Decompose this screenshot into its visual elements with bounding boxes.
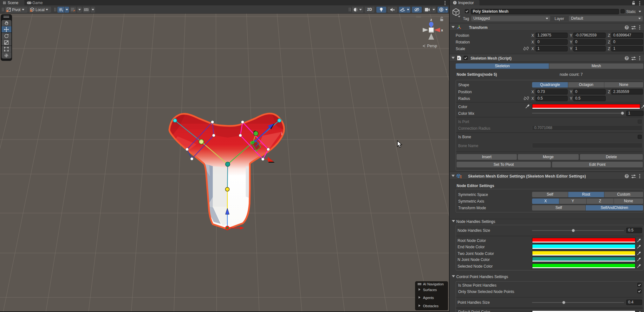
- svg-text:{}: {}: [460, 175, 462, 178]
- svg-text:Y: Y: [62, 10, 63, 12]
- svg-text:z: z: [430, 18, 432, 22]
- svg-text:#: #: [458, 57, 459, 60]
- svg-text:x: x: [441, 28, 443, 32]
- svg-text:Persp: Persp: [427, 44, 437, 48]
